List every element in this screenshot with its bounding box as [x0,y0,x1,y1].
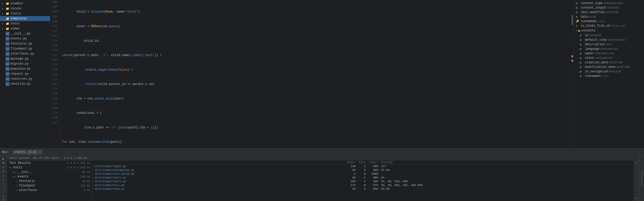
cov-row-site-setup[interactable]: otti/views/site_setup.py 3 0 100% [93,172,634,176]
clock-button[interactable]: ⏱ [1,199,6,201]
sidebar-item-label: __init__.py [11,32,30,35]
cov-row-slots[interactable]: otti/views/slots.py 48 1 98% 84 [93,176,634,180]
sidebar-item-views[interactable]: ▶ 📁 views [0,26,50,31]
tree-item-interfaces[interactable]: ✓ interfaces 6 ms [7,188,92,192]
schema-col-default-view[interactable]: ▤ default_view VARCHAR(50) [574,38,644,42]
tree-item-kotti[interactable]: ▼ ✓ kotti 1 m 8 s 659 ms [7,165,92,170]
schema-col-description[interactable]: ▤ description TEXT [574,42,644,47]
sidebar-item-request[interactable]: ▶ py request.py [0,71,50,76]
python-file-icon: py [6,47,10,51]
cov-row-login[interactable]: otti/views/login.py 149 1 99% 377 [93,165,634,168]
tree-item-duration: 32 ms [82,180,90,183]
code-line-210: .enable_eagerloads(False) \ [62,68,572,72]
schema-idx-blobs[interactable]: i ix_blobs_file_id (file_id) [574,24,644,28]
tab-toolbar: ⋮ [636,149,642,155]
sidebar-item-fanstatic[interactable]: ▶ py fanstatic.py [0,41,50,46]
sidebar-item-filedepot[interactable]: ▶ py filedepot.py [0,46,50,51]
rerun-button[interactable]: ↻ [1,165,6,169]
code-line-211: .filter(child.parent_id == parent.c.id) [62,82,572,87]
expand-button[interactable]: ⤢ [1,178,6,182]
sidebar-item-templates[interactable]: ▶ 📁 templates [0,16,50,21]
export-button[interactable]: ⎙ [1,195,6,198]
sort-button[interactable]: ⇅ [1,174,6,178]
sidebar-item-label: resources.py [11,77,32,81]
schema-table-contents[interactable]: ▼ ▦ contents [574,28,644,33]
sidebar-item-tests[interactable]: ▶ 📁 tests [0,21,50,26]
cov-stmts: 149 [345,165,355,168]
scroll-controls: ▲ ▼ [634,160,639,201]
cov-row-users[interactable]: otti/views/users.py 350 4 99% 91, 94, 42… [93,180,634,183]
python-file-icon: py [6,77,10,81]
schema-col-state[interactable]: ▤ state VARCHAR(50) [574,56,644,60]
schema-col-owner[interactable]: ▤ owner VARCHAR(100) [574,51,644,56]
toggle-button[interactable]: ⊞ [1,170,6,173]
sidebar-item-populate[interactable]: ▶ py populate.py [0,66,50,71]
schema-key-unnamed[interactable]: 🔑 <unnamed> (id) [574,19,644,24]
schema-col-content-length[interactable]: ▤ content_length INTEGER [574,6,644,10]
schema-col-unnamed-id[interactable]: ▤ <unnamed> (id) [574,74,644,78]
play-button[interactable]: ▶ [1,157,6,161]
sidebar-item-resources[interactable]: ▶ py resources.py [0,76,50,81]
collapse-button[interactable]: ⤡ [1,182,6,186]
schema-col-data[interactable]: ▤ data BLOB [574,15,644,19]
sidebar-item-events[interactable]: ▶ py events.py [0,36,50,41]
code-content-area[interactable]: 206 207 208 209 210 211 212 213 214 215 … [50,0,574,148]
chevron-right-icon: ▶ [2,2,5,5]
sidebar-item-sanitize[interactable]: ▶ py sanitize.py [0,81,50,86]
sidebar-item-locale[interactable]: ▶ 📁 locale [0,6,50,11]
bottom-content: ▶ ■ ↻ ⊞ ⇅ ⤢ ⤡ ↑ ↓ ⎙ ⏱ ⋯ Tests passed: 45… [0,156,644,201]
cov-file: otti/views/users.py [95,180,345,183]
tree-item-filedepot[interactable]: ✓ filedepot 139 ms [7,183,92,188]
schema-col-content-type[interactable]: ▤ content_type VARCHAR(100) [574,1,644,6]
cov-row-view[interactable]: otti/views/view.py 33 5 85% 53-68 [93,187,634,191]
more-options-button[interactable]: ⋮ [636,149,642,155]
cov-cover: 97% [366,184,378,187]
schema-col-language[interactable]: ▤ language VARCHAR(10) [574,47,644,51]
indent-spacer [9,175,13,178]
tree-item-init[interactable]: ▶ ✓ __init__ 68 ms [7,170,92,174]
schema-col-in-navigation[interactable]: ▤ in_navigation BOOLEAN [574,69,644,74]
cov-cover: 99% [366,165,378,168]
cov-row-util[interactable]: otti/views/util.py 274 9 97% 92, 98, 202… [93,183,634,187]
scroll-down-button[interactable]: ▼ [635,196,639,200]
next-button[interactable]: ↓ [1,191,6,194]
structure-panel: Structure [639,156,644,201]
sidebar-item-migrate[interactable]: ▶ py migrate.py [0,61,50,66]
prev-button[interactable]: ↑ [1,187,6,190]
cov-file: otti/views/login.py [95,165,345,168]
code-line-212: cte = cte.union_all(inner) [62,96,572,101]
sidebar-item-init[interactable]: ▶ py __init__.py [0,31,50,36]
cov-miss: 1 [355,176,366,179]
sidebar-item-static[interactable]: ▶ 📁 static [0,11,50,16]
schema-col-modification-date[interactable]: ▤ modification_date DATETIME [574,65,644,69]
cov-row-navigation[interactable]: otti/views/navigation.py 26 3 88% 57-59 [93,168,634,172]
chevron-right-icon: ▶ [2,12,5,15]
sidebar-item-alembic[interactable]: ▶ 📁 alembic [0,1,50,6]
schema-col-id[interactable]: ▤ id INTEGER [574,33,644,38]
structure-label[interactable]: Structure [639,171,644,186]
column-icon: ▤ [580,66,584,69]
python-file-icon: py [6,37,10,41]
stop-button[interactable]: ■ [1,161,6,165]
schema-col-creation-date[interactable]: ▤ creation_date DATETIME [574,60,644,65]
sidebar-item-interfaces[interactable]: ▶ py interfaces.py [0,51,50,56]
tree-item-events[interactable]: ▶ ✓ events 128 ms [7,174,92,179]
run-tab-kotti[interactable]: ● Kotti (3.6) ✕ [12,150,43,155]
col-header-file [95,161,345,164]
cov-lines: 91, 94, 429, 600 [378,180,632,183]
sidebar-item-message[interactable]: ▶ py message.py [0,56,50,61]
chevron-down-icon: ▼ [9,166,10,169]
scroll-up-button[interactable]: ▲ [635,161,639,165]
file-tree[interactable]: ▶ 📁 alembic ▶ 📁 locale ▶ 📁 static ▶ 📁 te… [0,0,50,148]
cov-cover: 98% [366,176,378,179]
pass-icon: ✓ [15,175,17,178]
run-tab-label: Kotti (3.6) [17,150,37,154]
pass-icon: ✓ [15,171,17,174]
test-results-duration: 1 m 8 s 659 ms [67,162,90,165]
sidebar-item-label: events.py [11,37,27,40]
code-line-209: ▶ concat(parent.c.path, '/', child.name)… [62,53,572,58]
schema-col-last-modified[interactable]: ▤ last_modified DATETIME [574,10,644,15]
pass-icon: ✓ [16,180,18,183]
tree-item-fanstatic[interactable]: ✓ fanstatic 32 ms [7,179,92,183]
close-tab-button[interactable]: ✕ [39,150,41,154]
